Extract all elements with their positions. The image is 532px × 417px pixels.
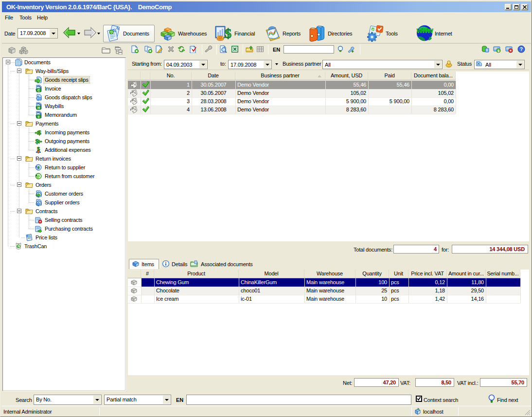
- svg-text:$: $: [497, 49, 499, 53]
- svg-text:$: $: [225, 26, 231, 41]
- svg-text:?: ?: [520, 47, 523, 52]
- svg-text:H: H: [37, 106, 40, 109]
- svg-text:C: C: [37, 89, 40, 92]
- svg-text:$: $: [37, 129, 41, 136]
- svg-text:$: $: [35, 138, 39, 145]
- svg-text:c: c: [38, 115, 40, 118]
- svg-text:WWW: WWW: [417, 27, 434, 35]
